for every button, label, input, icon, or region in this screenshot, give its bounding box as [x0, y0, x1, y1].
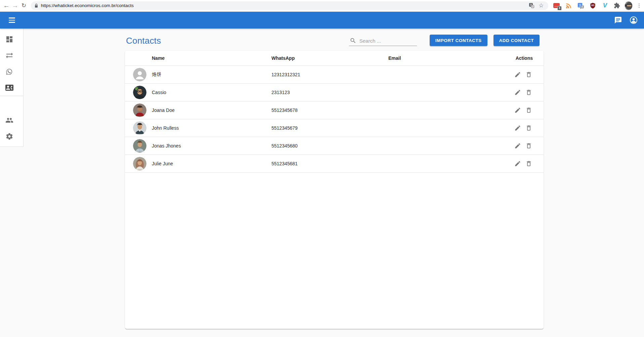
- table-row: Julie June 5512345681: [125, 155, 544, 173]
- col-header-name: Name: [152, 55, 271, 61]
- contact-whatsapp: 5512345678: [271, 108, 388, 113]
- gear-icon: [5, 132, 13, 140]
- ublock-extension-icon[interactable]: UO: [589, 2, 597, 9]
- pencil-icon: [514, 142, 521, 149]
- search-box: [349, 36, 417, 46]
- pencil-icon: [514, 89, 521, 96]
- edit-contact-button[interactable]: [514, 160, 522, 168]
- trash-icon: [525, 71, 532, 78]
- menu-hamburger-icon[interactable]: [4, 12, 20, 28]
- whatsapp-icon: [5, 68, 13, 76]
- contact-whatsapp: 5512345681: [271, 161, 388, 166]
- edit-contact-button[interactable]: [514, 88, 522, 96]
- trash-icon: [525, 89, 532, 96]
- page-header: Contacts IMPORT CONTACTS ADD CONTACT: [125, 29, 544, 51]
- contact-name: 烙饼: [152, 72, 271, 78]
- chat-icon[interactable]: [610, 12, 626, 28]
- browser-profile-avatar[interactable]: [625, 1, 632, 10]
- browser-menu-icon[interactable]: ⋮: [636, 1, 643, 10]
- table-row: Cassio 2313123: [125, 84, 544, 101]
- avatar: [133, 103, 146, 117]
- table-row: Joana Doe 5512345678: [125, 101, 544, 119]
- delete-contact-button[interactable]: [525, 124, 533, 132]
- svg-text:UO: UO: [591, 4, 595, 6]
- sidebar-item-contacts[interactable]: [0, 80, 24, 96]
- address-bar[interactable]: https://whaticket.economicros.com.br/con…: [31, 1, 548, 10]
- browser-reload-icon[interactable]: ↻: [19, 1, 28, 11]
- col-header-actions: Actions: [502, 55, 533, 61]
- avatar: [133, 139, 146, 153]
- translate-page-icon[interactable]: 文 A: [528, 2, 535, 9]
- people-icon: [5, 116, 13, 124]
- bookmark-star-icon[interactable]: ☆: [538, 2, 545, 9]
- table-row: Jonas Jhones 5512345680: [125, 137, 544, 155]
- delete-contact-button[interactable]: [525, 88, 533, 96]
- contact-whatsapp: 5512345680: [271, 143, 388, 149]
- avatar: [133, 121, 146, 135]
- extensions-area: ... 3 文 A UO V: [553, 2, 621, 9]
- google-translate-extension-icon[interactable]: 文 A: [577, 2, 585, 9]
- delete-contact-button[interactable]: [525, 71, 533, 79]
- sidebar-item-settings[interactable]: [0, 128, 24, 144]
- puzzle-extensions-icon[interactable]: [613, 2, 621, 9]
- table-row: John Rulless 5512345679: [125, 119, 544, 137]
- browser-forward-icon[interactable]: →: [11, 1, 19, 11]
- table-header-row: Name WhatsApp Email Actions: [125, 51, 544, 66]
- rss-extension-icon[interactable]: [565, 2, 572, 9]
- contact-name: Jonas Jhones: [152, 143, 271, 149]
- pencil-icon: [514, 71, 521, 78]
- delete-contact-button[interactable]: [525, 106, 533, 114]
- account-circle-icon[interactable]: [626, 12, 641, 28]
- dashboard-icon: [5, 35, 13, 43]
- contact-phone-icon: [5, 84, 13, 92]
- extension-red-icon[interactable]: ... 3: [553, 2, 560, 9]
- edit-contact-button[interactable]: [514, 142, 522, 150]
- pencil-icon: [514, 107, 521, 114]
- sidebar-item-dashboard[interactable]: [0, 31, 24, 47]
- vimeo-extension-icon[interactable]: V: [601, 2, 609, 9]
- search-input[interactable]: [359, 38, 413, 44]
- svg-text:A: A: [582, 5, 583, 8]
- import-contacts-button[interactable]: IMPORT CONTACTS: [430, 35, 487, 46]
- contact-name: John Rulless: [152, 125, 271, 131]
- trash-icon: [525, 125, 532, 131]
- delete-contact-button[interactable]: [525, 160, 533, 168]
- contact-name: Julie June: [152, 161, 271, 166]
- sidebar: [0, 29, 24, 147]
- pencil-icon: [514, 125, 521, 131]
- trash-icon: [525, 142, 532, 149]
- contact-name: Cassio: [152, 90, 271, 95]
- search-icon: [350, 37, 356, 44]
- add-contact-button[interactable]: ADD CONTACT: [493, 35, 540, 46]
- trash-icon: [525, 107, 532, 114]
- sync-alt-icon: [5, 51, 13, 59]
- browser-back-icon[interactable]: ←: [2, 1, 11, 11]
- sidebar-item-connections[interactable]: [0, 47, 24, 64]
- avatar: [133, 157, 146, 170]
- edit-contact-button[interactable]: [514, 71, 522, 79]
- col-header-whatsapp: WhatsApp: [271, 55, 388, 61]
- contact-whatsapp: 5512345679: [271, 125, 388, 131]
- url-text[interactable]: https://whaticket.economicros.com.br/con…: [41, 3, 526, 8]
- trash-icon: [525, 160, 532, 167]
- avatar: [133, 68, 146, 81]
- app-bar: [0, 12, 644, 29]
- contacts-table-card: Name WhatsApp Email Actions 烙饼 123123123…: [125, 51, 544, 329]
- main-content: Contacts IMPORT CONTACTS ADD CONTACT Nam…: [125, 29, 544, 329]
- extension-badge: 3: [557, 6, 562, 10]
- table-row: 烙饼 12312312321: [125, 66, 544, 84]
- pencil-icon: [514, 160, 521, 167]
- lock-icon: [34, 3, 38, 8]
- col-header-email: Email: [388, 55, 502, 61]
- page-title: Contacts: [126, 36, 161, 46]
- sidebar-item-whatsapp[interactable]: [0, 64, 24, 80]
- delete-contact-button[interactable]: [525, 142, 533, 150]
- contact-whatsapp: 12312312321: [271, 72, 388, 77]
- edit-contact-button[interactable]: [514, 124, 522, 132]
- browser-toolbar: ← → ↻ https://whaticket.economicros.com.…: [0, 0, 644, 11]
- contact-whatsapp: 2313123: [271, 90, 388, 95]
- contact-name: Joana Doe: [152, 108, 271, 113]
- edit-contact-button[interactable]: [514, 106, 522, 114]
- avatar: [133, 86, 146, 99]
- sidebar-item-users[interactable]: [0, 112, 24, 128]
